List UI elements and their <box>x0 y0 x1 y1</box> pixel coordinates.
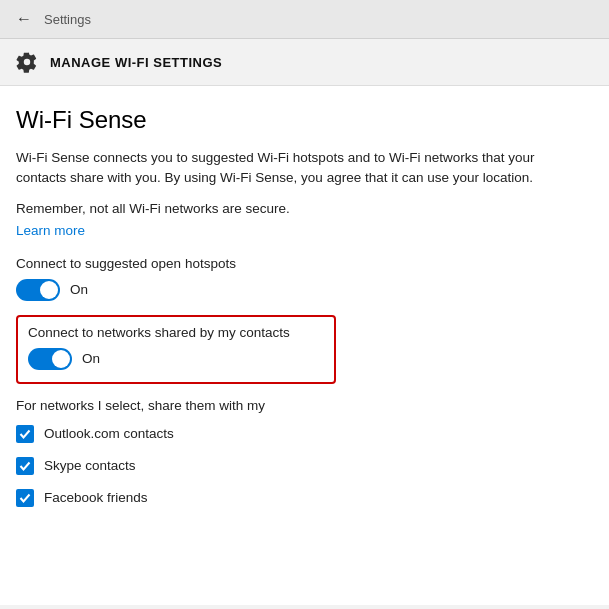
main-content: Wi-Fi Sense Wi-Fi Sense connects you to … <box>0 86 609 605</box>
facebook-checkbox[interactable] <box>16 489 34 507</box>
check-icon <box>19 492 31 504</box>
hotspot-toggle-state: On <box>70 282 88 297</box>
skype-label: Skype contacts <box>44 458 136 473</box>
hotspot-label: Connect to suggested open hotspots <box>16 256 593 271</box>
gear-icon <box>16 51 38 73</box>
contacts-toggle-state: On <box>82 351 100 366</box>
secure-note: Remember, not all Wi-Fi networks are sec… <box>16 201 593 216</box>
checkbox-row-outlook: Outlook.com contacts <box>16 425 593 443</box>
hotspot-toggle[interactable] <box>16 279 60 301</box>
description-text: Wi-Fi Sense connects you to suggested Wi… <box>16 148 576 189</box>
share-label: For networks I select, share them with m… <box>16 398 593 413</box>
header-settings-label: Settings <box>44 12 91 27</box>
check-icon <box>19 460 31 472</box>
share-section: For networks I select, share them with m… <box>16 398 593 507</box>
manage-title: MANAGE WI-FI SETTINGS <box>50 55 222 70</box>
header-bar: ← Settings <box>0 0 609 39</box>
page-title: Wi-Fi Sense <box>16 106 593 134</box>
facebook-label: Facebook friends <box>44 490 148 505</box>
hotspot-toggle-row: On <box>16 279 593 301</box>
checkbox-row-facebook: Facebook friends <box>16 489 593 507</box>
manage-bar: MANAGE WI-FI SETTINGS <box>0 39 609 86</box>
contacts-toggle-row: On <box>28 348 324 370</box>
check-icon <box>19 428 31 440</box>
outlook-label: Outlook.com contacts <box>44 426 174 441</box>
checkbox-row-skype: Skype contacts <box>16 457 593 475</box>
hotspot-setting: Connect to suggested open hotspots On <box>16 256 593 301</box>
contacts-toggle[interactable] <box>28 348 72 370</box>
contacts-label: Connect to networks shared by my contact… <box>28 325 324 340</box>
outlook-checkbox[interactable] <box>16 425 34 443</box>
contacts-highlighted-section: Connect to networks shared by my contact… <box>16 315 336 384</box>
learn-more-link[interactable]: Learn more <box>16 223 85 238</box>
back-button[interactable]: ← <box>16 10 32 28</box>
skype-checkbox[interactable] <box>16 457 34 475</box>
